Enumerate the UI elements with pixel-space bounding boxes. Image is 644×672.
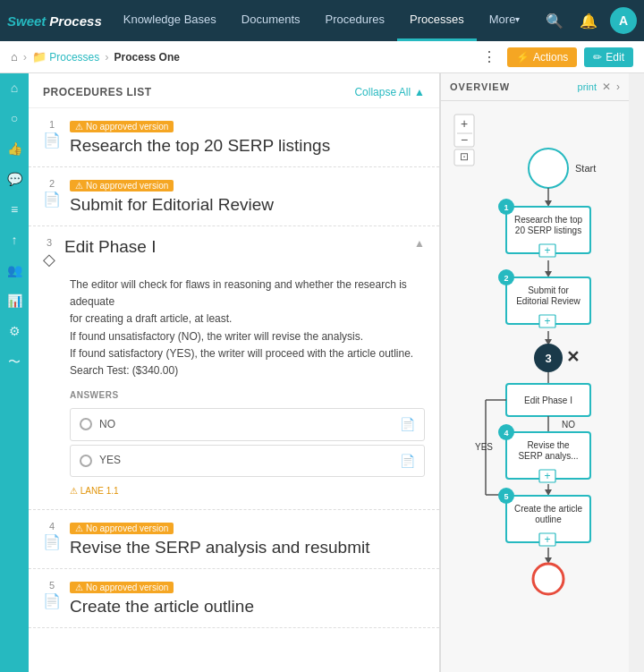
chat-icon[interactable]: 💬 <box>7 172 22 186</box>
phase-desc-2: for creating a draft article, at least. <box>70 310 425 327</box>
search-icon[interactable]: 🔍 <box>542 9 567 33</box>
phase-desc-5: Search Test: ($340.00) <box>70 362 425 379</box>
home-breadcrumb-icon[interactable]: ⌂ <box>11 50 18 64</box>
procedure-item-2-header: 2 📄 ⚠ No approved version Submit for Edi… <box>43 178 425 215</box>
zoom-out-button[interactable]: − <box>461 132 468 147</box>
people-icon[interactable]: 👥 <box>7 263 22 277</box>
nav-item-knowledge-bases[interactable]: Knowledge Bases <box>111 0 229 41</box>
gear-icon[interactable]: ⚙ <box>9 324 21 338</box>
breadcrumb: ⌂ › 📁 Processes › Process One ⋮ ⚡ Action… <box>0 41 644 73</box>
list-icon[interactable]: ≡ <box>11 202 18 217</box>
warning-icon-4: ⚠ <box>75 523 83 533</box>
procedure-item-4: 4 📄 ⚠ No approved version Revise the SER… <box>29 510 439 569</box>
nav-item-procedures[interactable]: Procedures <box>313 0 397 41</box>
chart-icon[interactable]: 📊 <box>7 293 22 308</box>
processes-breadcrumb-link[interactable]: Processes <box>49 51 99 64</box>
thumb-icon[interactable]: 👍 <box>7 141 22 156</box>
proc-3-title[interactable]: Edit Phase I <box>64 237 405 257</box>
node-4-label-line1: Revise the <box>527 440 570 450</box>
proc-1-doc-icon: 📄 <box>43 132 61 149</box>
nav-items: Knowledge Bases Documents Procedures Pro… <box>111 0 542 41</box>
proc-2-num-icon: 2 📄 <box>43 178 61 208</box>
proc-3-collapse-icon[interactable]: ▲ <box>414 237 425 250</box>
proc-5-title[interactable]: Create the article outline <box>70 597 425 617</box>
procedure-item-5: 5 📄 ⚠ No approved version Create the art… <box>29 569 439 628</box>
actions-button[interactable]: ⚡ Actions <box>507 47 577 67</box>
warning-icon-2: ⚠ <box>75 181 83 191</box>
overview-panel: OVERVIEW print ✕ › + − ⊡ Start <box>440 73 629 672</box>
node-5-label-line2: outline <box>535 515 562 524</box>
phase-3-body: The editor will check for flaws in reaso… <box>43 276 425 498</box>
flow-svg: + − ⊡ Start 1 Research the top 20 SERP l… <box>450 110 620 654</box>
proc-5-badge-label: No approved version <box>86 583 168 592</box>
start-label: Start <box>575 163 596 174</box>
warning-icon-5: ⚠ <box>75 583 83 592</box>
navbar: SweetProcess Knowledge Bases Documents P… <box>0 0 644 41</box>
breadcrumb-actions: ⋮ ⚡ Actions ✏ Edit <box>479 47 633 67</box>
svg-text:4: 4 <box>504 429 508 438</box>
proc-1-num-icon: 1 📄 <box>43 119 61 149</box>
close-overview-button[interactable]: ✕ <box>602 81 611 93</box>
wave-icon[interactable]: 〜 <box>8 354 21 370</box>
proc-3-num-icon: 3 ◇ <box>43 237 55 269</box>
node-1-label-line2: 20 SERP listings <box>515 225 581 235</box>
proc-1-badge: ⚠ No approved version <box>70 121 174 132</box>
procedures-header: PROCEDURES LIST Collapse All ▲ <box>29 73 439 108</box>
start-node[interactable] <box>529 149 568 188</box>
proc-5-content: ⚠ No approved version Create the article… <box>70 580 425 617</box>
upload-icon[interactable]: ↑ <box>12 233 18 247</box>
home-icon[interactable]: ⌂ <box>11 81 18 95</box>
proc-2-title[interactable]: Submit for Editorial Review <box>70 195 425 215</box>
clock-icon[interactable]: ○ <box>11 111 18 125</box>
more-options-button[interactable]: ⋮ <box>479 48 500 65</box>
radio-no[interactable] <box>80 418 92 430</box>
brand-process: Process <box>49 13 101 29</box>
answer-row-no[interactable]: NO 📄 <box>70 408 425 440</box>
node-1-label-line1: Research the top <box>514 215 583 225</box>
answer-row-yes[interactable]: YES 📄 <box>70 445 425 477</box>
print-link[interactable]: print <box>578 81 597 92</box>
svg-text:1: 1 <box>504 203 508 212</box>
breadcrumb-sep-1: › <box>23 50 27 64</box>
svg-text:+: + <box>544 244 550 257</box>
proc-4-title[interactable]: Revise the SERP analysis and resubmit <box>70 538 425 557</box>
procedures-title: PROCEDURES LIST <box>43 86 152 98</box>
breadcrumb-current: Process One <box>114 51 180 64</box>
left-sidebar: ⌂ ○ 👍 💬 ≡ ↑ 👥 📊 ⚙ 〜 <box>0 73 29 672</box>
chevron-up-icon: ▲ <box>414 86 425 98</box>
proc-2-doc-icon: 📄 <box>43 191 61 208</box>
phase-desc-3: If found unsatisfactory (NO), the writer… <box>70 328 425 345</box>
svg-text:⊡: ⊡ <box>460 150 469 163</box>
bell-icon[interactable]: 🔔 <box>576 9 601 33</box>
brand-logo[interactable]: SweetProcess <box>7 13 102 29</box>
nav-item-processes[interactable]: Processes <box>397 0 477 41</box>
edit-button[interactable]: ✏ Edit <box>584 47 633 67</box>
proc-4-badge-label: No approved version <box>86 523 168 533</box>
node-2-label-line1: Submit for <box>528 285 569 295</box>
collapse-all-button[interactable]: Collapse All ▲ <box>354 86 425 98</box>
answer-no-left: NO <box>80 416 115 433</box>
node-5-label-line1: Create the article <box>514 504 583 514</box>
phase-node-label: Edit Phase I <box>524 396 572 405</box>
lightning-icon: ⚡ <box>516 51 530 64</box>
zoom-in-button[interactable]: + <box>461 116 468 131</box>
answer-no-doc-icon: 📄 <box>400 414 415 434</box>
proc-2-badge-label: No approved version <box>86 181 168 191</box>
overview-title: OVERVIEW <box>450 81 510 92</box>
edit-label: Edit <box>606 51 624 64</box>
edit-icon: ✏ <box>593 51 602 64</box>
proc-1-content: ⚠ No approved version Research the top 2… <box>70 119 425 156</box>
warning-icon: ⚠ <box>75 122 83 132</box>
svg-text:+: + <box>544 533 550 546</box>
expand-overview-button[interactable]: › <box>616 81 620 93</box>
avatar[interactable]: A <box>610 7 637 34</box>
procedure-item-2: 2 📄 ⚠ No approved version Submit for Edi… <box>29 167 439 226</box>
nav-item-more[interactable]: More <box>477 0 533 41</box>
proc-4-badge: ⚠ No approved version <box>70 523 174 534</box>
radio-yes[interactable] <box>80 455 92 467</box>
proc-1-title[interactable]: Research the top 20 SERP listings <box>70 136 425 156</box>
arrowhead-1 <box>545 200 552 207</box>
procedure-item-4-header: 4 📄 ⚠ No approved version Revise the SER… <box>43 521 425 557</box>
nav-item-documents[interactable]: Documents <box>229 0 313 41</box>
svg-text:3: 3 <box>545 352 551 365</box>
